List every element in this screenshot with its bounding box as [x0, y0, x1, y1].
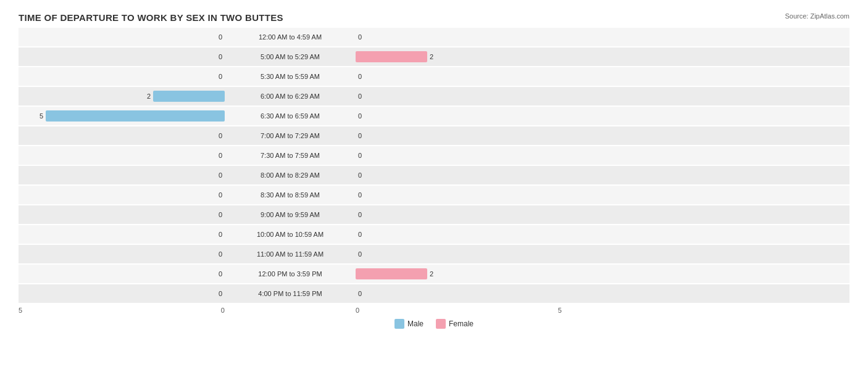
left-section: 0: [19, 245, 228, 263]
time-label: 10:00 AM to 10:59 AM: [228, 231, 352, 238]
source-label: Source: ZipAtlas.com: [785, 12, 849, 20]
bar-row: 0 11:00 AM to 11:59 AM 0: [19, 245, 849, 263]
left-section: 2: [19, 87, 228, 105]
right-axis: 0 5: [352, 307, 562, 314]
time-label: 6:00 AM to 6:29 AM: [228, 93, 352, 100]
female-value: 0: [358, 152, 367, 159]
bar-row: 0 7:00 AM to 7:29 AM 0: [19, 126, 849, 145]
axis-tick-right-0: 0: [356, 307, 359, 314]
axis-tick-left-0: 0: [221, 307, 225, 314]
male-legend-box: [394, 319, 404, 329]
right-section: 2: [352, 265, 562, 283]
time-label: 5:30 AM to 5:59 AM: [228, 73, 352, 80]
left-section: 5: [19, 107, 228, 125]
legend: Male Female: [19, 319, 849, 329]
bar-row: 0 9:00 AM to 9:59 AM 0: [19, 205, 849, 224]
bar-row: 0 5:00 AM to 5:29 AM 2: [19, 47, 849, 66]
left-section: 0: [19, 265, 228, 283]
male-value: 0: [214, 250, 222, 258]
male-value: 2: [142, 93, 151, 100]
bars-container: 0 12:00 AM to 4:59 AM 0 0 5:00 AM to 5:2…: [19, 28, 849, 303]
right-section: 0: [352, 225, 562, 244]
female-value: 2: [430, 270, 438, 278]
male-legend-label: Male: [407, 320, 424, 328]
time-label: 6:30 AM to 6:59 AM: [228, 112, 352, 120]
left-section: 0: [19, 47, 228, 66]
female-value: 2: [430, 53, 438, 60]
male-value: 0: [214, 290, 222, 297]
bar-row: 0 10:00 AM to 10:59 AM 0: [19, 225, 849, 244]
right-section: 0: [352, 126, 562, 145]
chart-wrapper: 0 12:00 AM to 4:59 AM 0 0 5:00 AM to 5:2…: [19, 28, 849, 329]
axis-tick-right-5: 5: [558, 307, 562, 314]
time-label: 7:00 AM to 7:29 AM: [228, 132, 352, 139]
bar-row: 0 8:30 AM to 8:59 AM 0: [19, 186, 849, 204]
legend-female: Female: [436, 319, 474, 329]
female-value: 0: [358, 211, 367, 218]
right-section: 0: [352, 245, 562, 263]
bar-row: 2 6:00 AM to 6:29 AM 0: [19, 87, 849, 105]
right-section: 0: [352, 107, 562, 125]
bar-row: 0 12:00 PM to 3:59 PM 2: [19, 265, 849, 283]
time-label: 7:30 AM to 7:59 AM: [228, 152, 352, 159]
bar-row: 0 5:30 AM to 5:59 AM 0: [19, 67, 849, 86]
female-value: 0: [358, 132, 367, 139]
time-label: 4:00 PM to 11:59 PM: [228, 290, 352, 297]
female-value: 0: [358, 191, 367, 199]
male-value: 5: [35, 112, 43, 120]
time-label: 9:00 AM to 9:59 AM: [228, 211, 352, 218]
left-section: 0: [19, 126, 228, 145]
bar-row: 0 12:00 AM to 4:59 AM 0: [19, 28, 849, 46]
bar-row: 0 7:30 AM to 7:59 AM 0: [19, 146, 849, 165]
left-section: 0: [19, 166, 228, 184]
chart-title: TIME OF DEPARTURE TO WORK BY SEX IN TWO …: [19, 12, 849, 23]
male-value: 0: [214, 231, 222, 238]
bar-row: 5 6:30 AM to 6:59 AM 0: [19, 107, 849, 125]
male-bar: [153, 91, 225, 102]
right-section: 0: [352, 186, 562, 204]
right-section: 0: [352, 67, 562, 86]
left-section: 0: [19, 146, 228, 165]
right-section: 0: [352, 87, 562, 105]
bar-row: 0 8:00 AM to 8:29 AM 0: [19, 166, 849, 184]
female-value: 0: [358, 290, 367, 297]
right-section: 0: [352, 284, 562, 303]
time-label: 12:00 PM to 3:59 PM: [228, 270, 352, 278]
male-value: 0: [214, 53, 222, 60]
left-section: 0: [19, 67, 228, 86]
male-value: 0: [214, 171, 222, 179]
male-value: 0: [214, 132, 222, 139]
female-value: 0: [358, 231, 367, 238]
legend-male: Male: [394, 319, 424, 329]
male-value: 0: [214, 270, 222, 278]
time-label: 8:00 AM to 8:29 AM: [228, 171, 352, 179]
right-section: 0: [352, 166, 562, 184]
female-value: 0: [358, 171, 367, 179]
female-legend-label: Female: [449, 320, 474, 328]
female-bar: [356, 268, 427, 279]
axis-tick-left-5: 5: [19, 307, 22, 314]
male-bar: [46, 110, 225, 122]
time-label: 12:00 AM to 4:59 AM: [228, 33, 352, 41]
left-section: 0: [19, 225, 228, 244]
female-value: 0: [358, 250, 367, 258]
male-value: 0: [214, 211, 222, 218]
right-section: 2: [352, 47, 562, 66]
left-section: 0: [19, 284, 228, 303]
right-section: 0: [352, 146, 562, 165]
time-label: 5:00 AM to 5:29 AM: [228, 53, 352, 60]
left-axis: 5 0: [19, 307, 228, 314]
female-bar: [356, 51, 427, 62]
right-section: 0: [352, 28, 562, 46]
female-value: 0: [358, 33, 367, 41]
female-value: 0: [358, 93, 367, 100]
chart-container: TIME OF DEPARTURE TO WORK BY SEX IN TWO …: [19, 12, 849, 329]
axis-row: 5 0 0 5: [19, 307, 849, 314]
right-section: 0: [352, 205, 562, 224]
time-label: 8:30 AM to 8:59 AM: [228, 191, 352, 199]
time-label: 11:00 AM to 11:59 AM: [228, 250, 352, 258]
left-section: 0: [19, 186, 228, 204]
male-value: 0: [214, 191, 222, 199]
left-section: 0: [19, 28, 228, 46]
left-section: 0: [19, 205, 228, 224]
